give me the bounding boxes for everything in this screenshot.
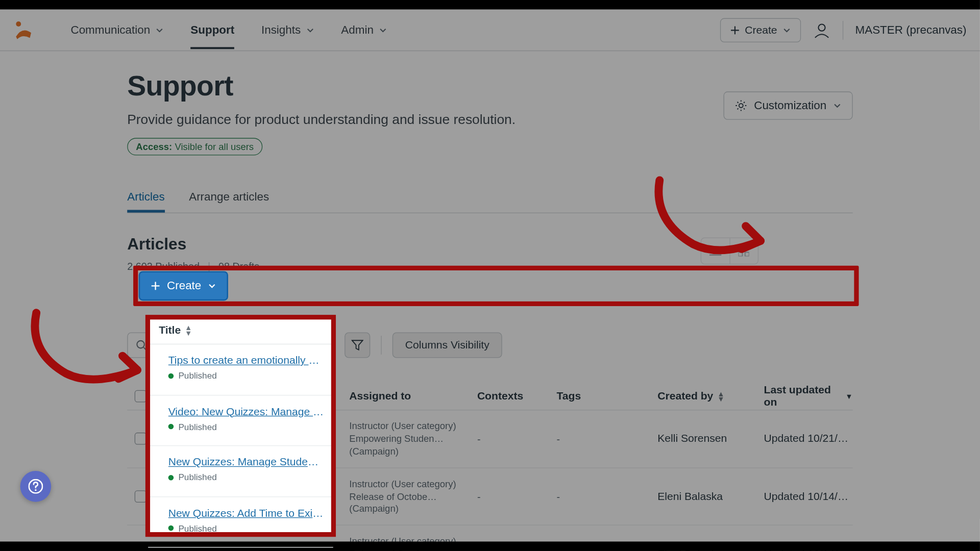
columns-visibility-label: Columns Visibility	[405, 339, 489, 352]
svg-rect-4	[745, 245, 749, 249]
row-checkbox[interactable]	[135, 490, 147, 503]
article-title-link[interactable]: New Quizzes: Manage Student R…	[168, 456, 325, 468]
chevron-down-icon	[379, 26, 387, 34]
create-button-top[interactable]: Create	[720, 18, 800, 42]
top-nav: Communication Support Insights Admin Cre…	[0, 9, 980, 51]
tags-cell: -	[556, 423, 657, 454]
nav-insights[interactable]: Insights	[261, 11, 314, 49]
article-title-link[interactable]: Tips to create an emotionally aw…	[168, 355, 325, 367]
select-all-checkbox[interactable]	[135, 390, 147, 402]
customization-button[interactable]: Customization	[724, 91, 853, 119]
access-value: Visible for all users	[175, 141, 254, 152]
svg-rect-3	[739, 245, 743, 249]
assigned-cell: Instructor (User category)Release of Oct…	[349, 468, 477, 525]
article-title-link[interactable]: New Quizzes: Add Time to Existi…	[168, 507, 325, 519]
header-created-by[interactable]: Created by ▲▼	[657, 390, 764, 402]
divider	[381, 336, 381, 355]
created-by-cell: Kelli Sorensen	[657, 423, 764, 455]
nav-label: Insights	[261, 23, 301, 36]
contexts-cell: -	[477, 481, 557, 511]
filter-icon	[351, 340, 363, 350]
nav-support[interactable]: Support	[190, 11, 234, 49]
nav-label: Communication	[70, 23, 150, 36]
tab-articles[interactable]: Articles	[127, 182, 164, 212]
help-button[interactable]	[20, 471, 52, 502]
chevron-down-icon	[156, 26, 164, 34]
chevron-down-icon	[208, 282, 216, 290]
nav-label: Support	[190, 23, 234, 36]
nav-communication[interactable]: Communication	[70, 11, 163, 49]
chevron-down-icon	[306, 26, 314, 34]
assigned-cell: Instructor (User category)Empowering Stu…	[349, 410, 477, 467]
tags-cell: -	[556, 481, 657, 511]
created-by-cell: Eleni Balaska	[657, 481, 764, 512]
header-tags[interactable]: Tags	[556, 390, 657, 402]
create-label: Create	[167, 279, 201, 292]
row-checkbox[interactable]	[135, 433, 147, 445]
user-icon	[813, 21, 830, 39]
access-key: Access:	[136, 141, 172, 152]
create-label: Create	[745, 24, 777, 36]
gear-icon	[735, 99, 747, 112]
list-view-icon[interactable]	[701, 238, 730, 264]
chevron-down-icon	[782, 26, 791, 34]
sort-desc-icon: ▼	[845, 392, 852, 400]
access-badge[interactable]: Access: Visible for all users	[127, 138, 262, 155]
svg-point-0	[16, 21, 21, 26]
nav-label: Admin	[341, 23, 374, 36]
plus-icon	[730, 25, 739, 34]
divider	[842, 20, 843, 39]
app-logo	[13, 20, 34, 40]
search-icon	[136, 339, 147, 350]
tab-arrange[interactable]: Arrange articles	[189, 182, 269, 212]
svg-point-7	[137, 340, 144, 348]
updated-cell: Updated 10/14/2…	[764, 481, 853, 512]
svg-rect-6	[745, 252, 749, 256]
article-title-link[interactable]: Video: New Quizzes: Manage St…	[168, 405, 325, 417]
filter-button[interactable]	[345, 332, 370, 358]
customization-label: Customization	[754, 99, 826, 112]
svg-rect-5	[739, 252, 743, 256]
header-contexts[interactable]: Contexts	[477, 390, 557, 402]
title-column-overlay: Title▲▼ Tips to create an emotionally aw…	[148, 317, 333, 547]
header-assigned[interactable]: Assigned to	[349, 390, 477, 402]
question-icon	[28, 479, 43, 494]
chevron-down-icon	[833, 102, 841, 110]
view-toggle[interactable]	[701, 237, 758, 264]
tabs: Articles Arrange articles	[127, 182, 852, 213]
user-menu[interactable]	[813, 21, 830, 39]
sort-icon: ▲▼	[717, 390, 724, 401]
create-button-main[interactable]: Create	[139, 271, 228, 300]
updated-cell: Updated 10/21/2…	[764, 423, 853, 455]
svg-point-2	[739, 104, 743, 108]
nav-admin[interactable]: Admin	[341, 11, 387, 49]
contexts-cell: -	[477, 423, 557, 454]
annotation-highlight-create: Create	[133, 266, 859, 306]
tenant-label[interactable]: MASTER (precanvas)	[855, 23, 967, 36]
plus-icon	[151, 281, 160, 290]
columns-visibility-button[interactable]: Columns Visibility	[393, 332, 502, 358]
header-updated[interactable]: Last updated on ▼	[764, 384, 853, 408]
svg-point-1	[818, 24, 825, 31]
svg-point-9	[35, 489, 36, 491]
grid-view-icon[interactable]	[730, 238, 758, 264]
